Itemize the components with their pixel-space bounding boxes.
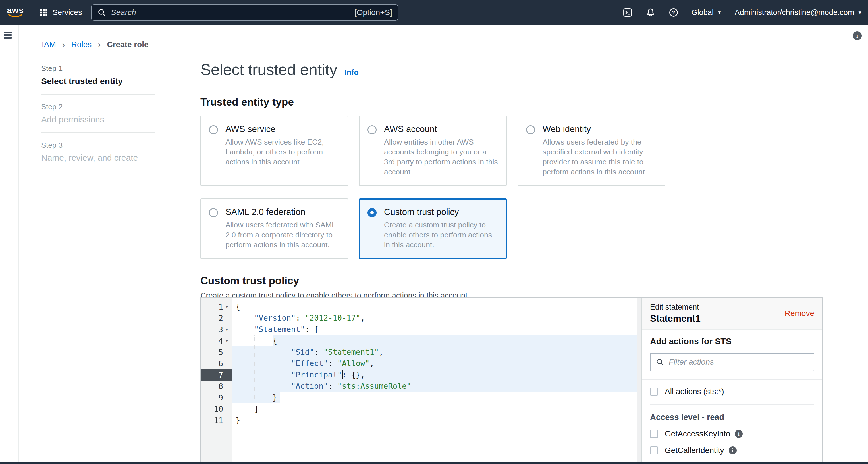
breadcrumb: IAM › Roles › Create role: [42, 40, 149, 49]
radio-unselected-icon[interactable]: [209, 125, 218, 134]
card-saml-federation[interactable]: SAML 2.0 federation Allow users federate…: [200, 198, 348, 259]
step-title: Select trusted entity: [41, 76, 155, 86]
account-label: Administrator/christine@mode.com: [735, 8, 855, 17]
gutter-line[interactable]: 4▾: [201, 335, 231, 346]
filter-actions-box[interactable]: [650, 353, 814, 371]
aws-smile-icon: [8, 14, 23, 19]
breadcrumb-link-roles[interactable]: Roles: [71, 40, 92, 49]
step-number: Step 3: [41, 141, 155, 150]
step-number: Step 2: [41, 102, 155, 111]
info-link[interactable]: Info: [344, 68, 359, 77]
editor-line[interactable]: ]: [232, 403, 637, 415]
topbar-divider: [639, 6, 639, 19]
editor-line[interactable]: "Statement": [: [232, 324, 637, 335]
text-cursor: [342, 370, 343, 379]
radio-unselected-icon[interactable]: [209, 208, 218, 217]
editor-line[interactable]: "Version": "2012-10-17",: [232, 312, 637, 324]
fold-caret-icon[interactable]: ▾: [223, 303, 230, 310]
footer-bar: [0, 462, 868, 464]
hamburger-menu-icon[interactable]: [4, 32, 12, 40]
card-description: Allow entities in other AWS accounts bel…: [384, 137, 499, 177]
step-number: Step 1: [41, 64, 155, 73]
remove-statement-button[interactable]: Remove: [785, 309, 814, 318]
card-web-identity[interactable]: Web identity Allows users federated by t…: [518, 115, 665, 186]
fold-caret-icon[interactable]: ▾: [223, 337, 230, 344]
editor-line[interactable]: "Effect": "Allow",: [232, 358, 637, 369]
editor-line[interactable]: "Sid": "Statement1",: [232, 346, 637, 358]
gutter-line[interactable]: 11: [201, 415, 231, 426]
filter-actions-input[interactable]: [669, 358, 809, 367]
info-circle-icon[interactable]: i: [735, 430, 743, 438]
gutter-line[interactable]: 7: [201, 369, 231, 380]
search-keyboard-shortcut: [Option+S]: [354, 8, 392, 17]
aws-logo[interactable]: aws: [6, 6, 25, 19]
radio-unselected-icon[interactable]: [368, 125, 377, 134]
card-title: AWS account: [384, 124, 499, 134]
breadcrumb-link-iam[interactable]: IAM: [42, 40, 56, 49]
editor-line[interactable]: }: [232, 392, 637, 403]
editor-line[interactable]: }: [232, 415, 637, 426]
trusted-entity-type-heading: Trusted entity type: [200, 96, 823, 108]
info-panel-toggle-icon[interactable]: i: [852, 31, 862, 40]
step-item-2: Step 2 Add permissions: [41, 102, 155, 124]
gutter-line[interactable]: 6: [201, 358, 231, 369]
panel-divider: [642, 379, 822, 380]
info-circle-icon[interactable]: i: [729, 446, 737, 454]
gutter-line[interactable]: 2: [201, 312, 231, 324]
breadcrumb-current: Create role: [107, 40, 148, 49]
editor-code[interactable]: { "Version": "2012-10-17", "Statement": …: [232, 298, 637, 462]
editor-gutter: 1▾23▾4▾567891011: [201, 298, 232, 462]
card-title: Custom trust policy: [384, 207, 499, 217]
left-sidebar-rail: [0, 25, 19, 462]
card-title: AWS service: [225, 124, 341, 134]
access-level-heading: Access level - read: [650, 412, 814, 422]
aws-logo-text: aws: [7, 6, 24, 14]
content-right-divider: [845, 25, 846, 462]
gutter-line[interactable]: 5: [201, 346, 231, 358]
edit-statement-label: Edit statement: [650, 303, 701, 311]
gutter-line[interactable]: 10: [201, 403, 231, 415]
search-icon: [97, 8, 106, 17]
editor-line[interactable]: "Principal": {},: [232, 369, 637, 380]
editor-line[interactable]: "Action": "sts:AssumeRole": [232, 380, 637, 392]
radio-selected-icon[interactable]: [368, 208, 377, 217]
card-custom-trust-policy[interactable]: Custom trust policy Create a custom trus…: [359, 198, 507, 259]
cloudshell-icon[interactable]: [622, 7, 633, 18]
card-aws-account[interactable]: AWS account Allow entities in other AWS …: [359, 115, 507, 186]
action-label: GetAccessKeyInfo: [665, 429, 730, 438]
editor-scrollbar[interactable]: [637, 298, 642, 462]
region-selector[interactable]: Global ▼: [691, 8, 722, 17]
search-input[interactable]: [111, 8, 350, 17]
gutter-line[interactable]: 9: [201, 392, 231, 403]
steps-divider: [41, 132, 155, 133]
fold-caret-icon[interactable]: ▾: [223, 326, 230, 333]
card-description: Allow users federated with SAML 2.0 from…: [225, 220, 341, 250]
page-title: Select trusted entity: [200, 60, 337, 79]
gutter-line[interactable]: 8: [201, 380, 231, 392]
editor-line[interactable]: {: [232, 335, 637, 346]
chevron-down-icon: ▼: [717, 10, 722, 15]
all-actions-checkbox[interactable]: [650, 388, 658, 396]
top-navigation-bar: aws Services [Option+S]: [0, 0, 868, 25]
action-row-getcalleridentity: GetCallerIdentity i: [650, 446, 814, 455]
editor-line[interactable]: {: [232, 301, 637, 312]
account-menu[interactable]: Administrator/christine@mode.com ▼: [735, 8, 862, 17]
card-description: Create a custom trust policy to enable o…: [384, 220, 499, 250]
gutter-line[interactable]: 1▾: [201, 301, 231, 312]
notifications-bell-icon[interactable]: [646, 7, 656, 18]
services-menu-button[interactable]: Services: [36, 8, 85, 17]
gutter-line[interactable]: 3▾: [201, 324, 231, 335]
region-label: Global: [691, 8, 714, 17]
breadcrumb-chevron-icon: ›: [62, 40, 65, 49]
card-title: Web identity: [542, 124, 658, 134]
action-checkbox[interactable]: [650, 446, 658, 454]
radio-unselected-icon[interactable]: [526, 125, 535, 134]
global-search-box[interactable]: [Option+S]: [91, 4, 399, 21]
step-title: Add permissions: [41, 115, 155, 124]
action-checkbox[interactable]: [650, 430, 658, 438]
help-icon[interactable]: ?: [669, 7, 679, 18]
svg-text:?: ?: [672, 10, 675, 15]
card-aws-service[interactable]: AWS service Allow AWS services like EC2,…: [200, 115, 348, 186]
step-item-3: Step 3 Name, review, and create: [41, 141, 155, 163]
services-label: Services: [53, 8, 82, 17]
